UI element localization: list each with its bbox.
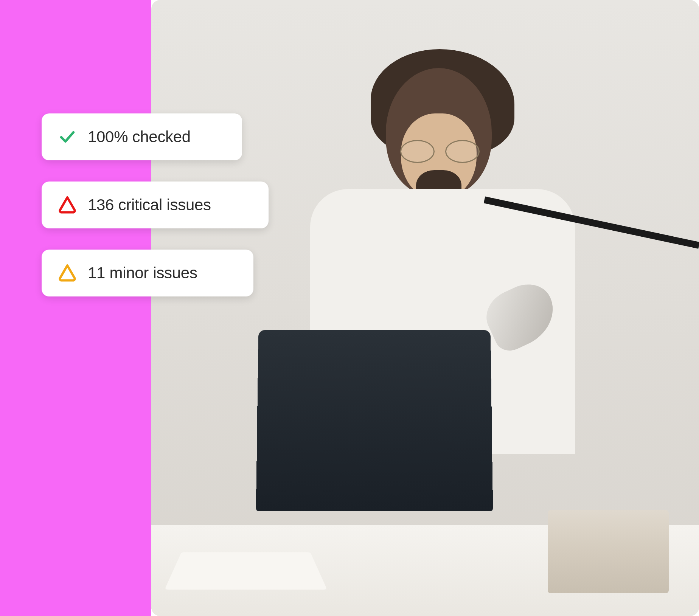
check-icon	[58, 128, 76, 146]
triangle-alert-icon	[58, 196, 76, 214]
status-badges-list: 100% checked 136 critical issues 11 mino…	[42, 113, 269, 296]
status-badge-critical: 136 critical issues	[42, 182, 269, 228]
laptop	[256, 330, 493, 512]
open-book	[165, 552, 327, 590]
status-badge-label: 11 minor issues	[88, 264, 197, 282]
glasses-icon	[400, 140, 480, 163]
triangle-alert-icon	[58, 264, 76, 282]
status-badge-label: 100% checked	[88, 128, 191, 146]
status-badge-label: 136 critical issues	[88, 196, 211, 214]
hero-photo	[151, 0, 699, 616]
status-badge-checked: 100% checked	[42, 113, 242, 160]
status-badge-minor: 11 minor issues	[42, 250, 253, 296]
photo-scene	[151, 0, 699, 616]
book-stack	[548, 510, 669, 593]
accent-background	[0, 0, 151, 616]
